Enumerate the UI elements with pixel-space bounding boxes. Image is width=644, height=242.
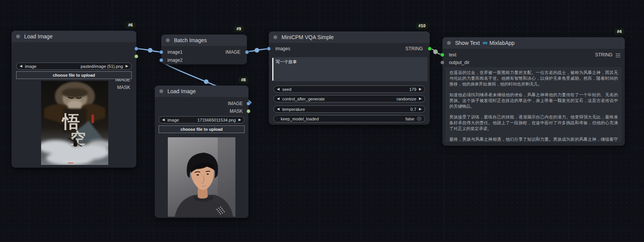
node-title: Show Text xyxy=(455,40,480,46)
next-option-icon[interactable]: ▶ xyxy=(419,97,422,100)
node-title: Batch Images xyxy=(174,37,207,43)
image-combo-widget[interactable]: ◀ image pasted/image (51).png ▶ xyxy=(16,63,132,70)
node-batch-images-9[interactable]: #9 Batch Images image1 image2 IMAGE xyxy=(161,35,247,64)
widget-value: randomize xyxy=(397,97,416,101)
combo-prev-icon[interactable]: ◀ xyxy=(162,118,165,122)
mask-output-port[interactable] xyxy=(134,54,138,58)
collapse-dot-icon[interactable] xyxy=(16,35,20,38)
text-input-port[interactable] xyxy=(440,53,444,57)
man-portrait-preview xyxy=(168,137,235,217)
control-after-generate-widget[interactable]: ◀ control_after_generate randomize ▶ xyxy=(273,95,425,102)
question-textarea[interactable]: 写一个故事 xyxy=(272,57,427,81)
node-id-badge: #9 xyxy=(234,26,244,32)
temperature-widget[interactable]: ◀ temperature 0.7 ▶ xyxy=(273,105,425,113)
input-label-image2: image2 xyxy=(167,57,182,64)
input-label-images: images xyxy=(275,45,290,52)
keep-model-loaded-toggle[interactable]: keep_model_loaded false xyxy=(273,115,425,122)
widget-label: control_after_generate xyxy=(282,97,325,101)
node-graph-canvas[interactable]: #6 Load Image IMAGE MASK ◀ image pasted/… xyxy=(0,0,644,242)
mixlab-infinity-icon: ∞ xyxy=(483,40,487,46)
widget-label: keep_model_loaded xyxy=(281,117,319,121)
combo-label: image xyxy=(167,118,179,122)
image-output-port[interactable] xyxy=(134,47,138,51)
node-titlebar[interactable]: Batch Images xyxy=(161,35,247,46)
input-label-image1: image1 xyxy=(167,49,182,56)
widget-value: false xyxy=(406,117,414,121)
node-title: Load Image xyxy=(24,33,53,40)
decrement-icon[interactable]: ◀ xyxy=(277,87,280,91)
node-id-badge: #8 xyxy=(238,77,248,83)
toggle-knob[interactable] xyxy=(417,116,422,121)
string-output-port[interactable] xyxy=(428,47,432,51)
node-show-text-4[interactable]: #4 Show Text ∞ MixlabApp text output_dir… xyxy=(442,37,625,146)
mask-output-port[interactable] xyxy=(247,109,250,113)
combo-value: 1715665011534.png xyxy=(197,118,236,122)
widget-value: 0.7 xyxy=(411,107,416,112)
node-titlebar[interactable]: MiniCPM VQA Simple xyxy=(269,31,430,43)
node-titlebar[interactable]: Show Text ∞ MixlabApp xyxy=(442,37,625,49)
image-combo-widget[interactable]: ◀ image 1715665011534.png ▶ xyxy=(159,116,245,123)
image1-input-port[interactable] xyxy=(159,50,163,54)
combo-prev-icon[interactable]: ◀ xyxy=(20,64,22,68)
node-id-badge: #6 xyxy=(126,22,136,28)
output-label-mask: MASK xyxy=(117,84,130,91)
node-title: MiniCPM VQA Simple xyxy=(281,34,334,40)
node-load-image-8[interactable]: #8 Load Image IMAGE MASK ◀ image 1715665… xyxy=(155,86,248,218)
node-title: Load Image xyxy=(167,88,196,94)
output-label-mask: MASK xyxy=(230,108,243,115)
story-paragraph: 男孩接受了训练，磨练自己的技能，逐渐揭示自己内在的潜力。他变得强大无比，最终准备… xyxy=(449,114,618,132)
story-paragraph: 在遥远的过去，世界被一股黑暗力量所支配。一位古老的战士，被称为风暴之神，因其无与… xyxy=(449,70,618,87)
widget-label: temperature xyxy=(282,107,305,112)
widget-label: seed xyxy=(282,87,291,92)
node-minicpm-vqa-10[interactable]: #10 MiniCPM VQA Simple images STRING 写一个… xyxy=(269,31,430,125)
collapse-dot-icon[interactable] xyxy=(159,89,163,93)
prev-option-icon[interactable]: ◀ xyxy=(277,97,280,100)
decrement-icon[interactable]: ◀ xyxy=(277,107,280,111)
output-label-image: IMAGE xyxy=(225,49,240,56)
output-label-string: STRING xyxy=(595,51,613,58)
choose-file-button[interactable]: choose file to upload xyxy=(16,71,132,79)
input-label-output-dir: output_dir xyxy=(449,59,469,66)
images-input-port[interactable] xyxy=(267,47,271,51)
multi-output-grid-icon xyxy=(615,53,620,58)
input-label-text: text xyxy=(449,51,456,58)
node-load-image-6[interactable]: #6 Load Image IMAGE MASK ◀ image pasted/… xyxy=(12,31,136,168)
story-paragraph: 知道他必须找到继承者来继续他的使命，风暴之神将他的力量传给了一个年轻的、无名的男… xyxy=(449,92,618,109)
wukong-poster-preview: 悟 空 xyxy=(41,81,108,165)
increment-icon[interactable]: ▶ xyxy=(419,87,422,91)
widget-value: 179 xyxy=(409,87,416,92)
output-label-string: STRING xyxy=(406,45,423,52)
collapse-dot-icon[interactable] xyxy=(166,38,170,42)
collapse-dot-icon[interactable] xyxy=(273,35,277,39)
output-dir-input-port[interactable] xyxy=(440,61,444,64)
node-id-badge: #4 xyxy=(614,28,624,35)
node-titlebar[interactable]: Load Image xyxy=(155,86,248,97)
node-titlebar[interactable]: Load Image xyxy=(12,31,136,42)
story-paragraph: 最终，男孩与风暴之神相遇，他们分享了知识和力量。男孩成为新的风暴之神，继续着守护… xyxy=(449,137,618,142)
combo-value: pasted/image (51).png xyxy=(81,64,123,69)
seed-widget[interactable]: ◀ seed 179 ▶ xyxy=(273,86,425,93)
output-label-image: IMAGE xyxy=(228,100,243,107)
image2-input-port[interactable] xyxy=(159,58,163,62)
increment-icon[interactable]: ▶ xyxy=(419,107,422,111)
collapse-dot-icon[interactable] xyxy=(447,41,451,45)
text-cursor xyxy=(272,58,273,81)
combo-next-icon[interactable]: ▶ xyxy=(126,64,128,68)
combo-next-icon[interactable]: ▶ xyxy=(238,118,241,122)
choose-file-button[interactable]: choose file to upload xyxy=(159,125,245,133)
mixlab-app-tag: MixlabApp xyxy=(489,40,514,46)
generated-story-text[interactable]: 在遥远的过去，世界被一股黑暗力量所支配。一位古老的战士，被称为风暴之神，因其无与… xyxy=(445,67,622,142)
combo-label: image xyxy=(25,64,36,69)
prompt-text: 写一个故事 xyxy=(276,59,297,64)
image-output-port[interactable] xyxy=(247,102,250,105)
poster-calligraphy-1: 悟 xyxy=(61,111,80,132)
image-output-port[interactable] xyxy=(245,50,249,54)
node-id-badge: #10 xyxy=(416,23,428,29)
